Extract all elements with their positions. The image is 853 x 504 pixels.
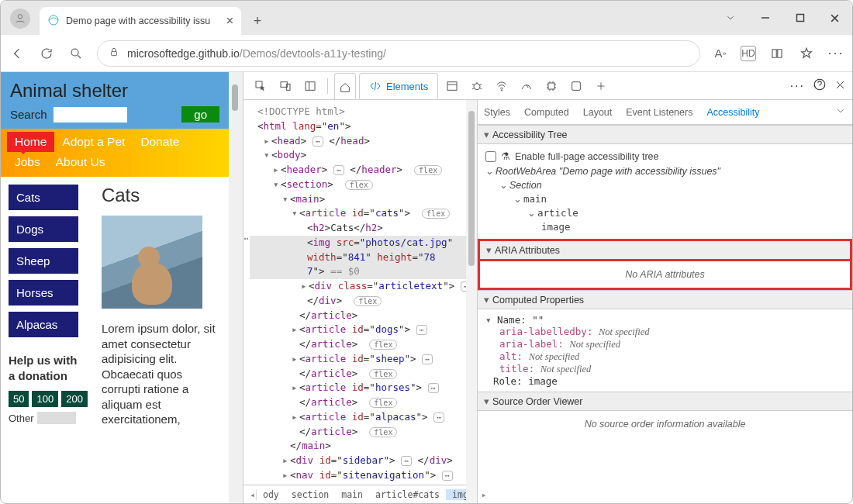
new-tab-button[interactable]: + xyxy=(246,9,269,33)
enable-full-tree-checkbox[interactable] xyxy=(485,151,496,162)
donate-100[interactable]: 100 xyxy=(32,391,58,407)
more-icon[interactable]: ··· xyxy=(827,45,844,62)
page-viewport: Animal shelter Search go Home Adopt a Pe… xyxy=(1,72,229,503)
nav-jobs[interactable]: Jobs xyxy=(7,152,48,172)
add-tab-icon[interactable] xyxy=(590,75,612,97)
svg-point-3 xyxy=(71,49,78,56)
memory-icon[interactable] xyxy=(540,75,562,97)
donate-other-input[interactable] xyxy=(37,412,76,424)
enable-full-tree-label: Enable full-page accessibility tree xyxy=(515,151,659,162)
svg-point-0 xyxy=(18,15,22,19)
help-icon[interactable] xyxy=(813,78,827,94)
nav-home[interactable]: Home xyxy=(7,132,54,152)
hd-icon[interactable]: HD xyxy=(741,46,756,61)
nav-donate[interactable]: Donate xyxy=(133,132,187,152)
tab-accessibility[interactable]: Accessibility xyxy=(706,107,759,118)
tab-computed[interactable]: Computed xyxy=(524,107,569,118)
section-aria-attributes[interactable]: ▾ARIA Attributes xyxy=(478,239,852,261)
panel-icon[interactable] xyxy=(299,75,321,97)
dom-tree[interactable]: <!DOCTYPE html> <html lang="en"> ▸<head>… xyxy=(243,100,477,485)
cat-image xyxy=(102,216,202,309)
link-horses[interactable]: Horses xyxy=(9,280,78,306)
tab-elements[interactable]: Elements xyxy=(359,73,438,99)
link-dogs[interactable]: Dogs xyxy=(9,216,78,242)
window-title-bar: Demo page with accessibility issu × + xyxy=(1,1,852,35)
bug-icon[interactable] xyxy=(466,75,488,97)
dom-overflow-icon[interactable]: ⋯ xyxy=(243,232,249,244)
search-go-button[interactable]: go xyxy=(181,106,219,123)
address-bar: microsoftedge.github.io/Demos/devtools-a… xyxy=(1,35,852,72)
nav-about[interactable]: About Us xyxy=(48,152,113,172)
minimize-button[interactable] xyxy=(748,1,782,35)
svg-rect-4 xyxy=(112,51,117,55)
donate-200[interactable]: 200 xyxy=(61,391,88,407)
welcome-icon[interactable] xyxy=(334,73,356,99)
devtools-splitter[interactable] xyxy=(229,72,243,503)
link-sheep[interactable]: Sheep xyxy=(9,248,78,274)
profile-avatar[interactable] xyxy=(10,9,30,29)
network-icon[interactable] xyxy=(491,75,513,97)
close-devtools-icon[interactable] xyxy=(834,79,846,93)
no-source-order-message: No source order information available xyxy=(478,411,852,437)
url-path: /Demos/devtools-a11y-testing/ xyxy=(240,47,386,60)
reader-icon[interactable] xyxy=(768,45,786,62)
svg-point-11 xyxy=(502,89,502,90)
device-icon[interactable] xyxy=(275,75,296,97)
performance-icon[interactable] xyxy=(516,75,537,97)
beaker-icon: ⚗ xyxy=(501,150,510,162)
edge-icon xyxy=(47,14,60,29)
search-input[interactable] xyxy=(54,107,127,123)
primary-nav: Home Adopt a Pet Donate Jobs About Us xyxy=(1,129,229,177)
svg-rect-13 xyxy=(572,81,581,90)
sidebar-tabs: Styles Computed Layout Event Listeners A… xyxy=(478,100,852,125)
maximize-button[interactable] xyxy=(782,1,817,35)
tab-styles[interactable]: Styles xyxy=(484,107,510,118)
back-button[interactable] xyxy=(9,45,26,62)
inspect-icon[interactable] xyxy=(250,75,271,97)
tab-event-listeners[interactable]: Event Listeners xyxy=(626,107,692,118)
computed-properties-body: ▾ Name: "" aria-labelledby: Not specifie… xyxy=(478,309,852,392)
article-heading: Cats xyxy=(102,185,223,206)
tabs-overflow-icon[interactable] xyxy=(835,105,846,119)
svg-point-1 xyxy=(49,16,58,25)
devtools-panel: Elements ··· ⋯ <!DOCTYPE html> <html lan… xyxy=(243,72,852,503)
url-host: microsoftedge.github.io xyxy=(127,47,240,60)
chevron-down-icon[interactable] xyxy=(713,1,748,35)
link-cats[interactable]: Cats xyxy=(9,185,78,210)
close-window-button[interactable] xyxy=(817,1,852,35)
browser-tab[interactable]: Demo page with accessibility issu × xyxy=(40,7,241,35)
lock-icon xyxy=(109,47,119,60)
donate-heading: Help us with a donation xyxy=(9,353,78,383)
styles-sidebar: Styles Computed Layout Event Listeners A… xyxy=(478,100,852,503)
app-icon[interactable] xyxy=(441,75,463,97)
article-text: Lorem ipsum dolor, sit amet consectetur … xyxy=(102,321,223,427)
no-aria-message: No ARIA attributes xyxy=(478,261,852,290)
section-accessibility-tree[interactable]: ▾Accessibility Tree xyxy=(478,125,852,144)
donate-50[interactable]: 50 xyxy=(9,391,29,407)
svg-rect-9 xyxy=(447,81,457,90)
url-input[interactable]: microsoftedge.github.io/Demos/devtools-a… xyxy=(97,40,700,67)
donate-other-label: Other xyxy=(9,413,34,424)
section-source-order[interactable]: ▾Source Order Viewer xyxy=(478,392,852,411)
animal-links: Cats Dogs Sheep Horses Alpacas xyxy=(9,185,88,337)
more-tools-icon[interactable]: ··· xyxy=(790,79,805,93)
favorite-icon[interactable] xyxy=(798,45,815,62)
tab-title: Demo page with accessibility issu xyxy=(66,16,220,26)
devtools-toolbar: Elements ··· xyxy=(243,72,852,100)
refresh-button[interactable] xyxy=(38,45,55,62)
nav-adopt[interactable]: Adopt a Pet xyxy=(54,132,133,152)
tab-layout[interactable]: Layout xyxy=(583,107,613,118)
dom-tree-panel: ⋯ <!DOCTYPE html> <html lang="en"> ▸<hea… xyxy=(243,100,478,503)
dom-scrollbar[interactable] xyxy=(466,100,477,503)
svg-rect-8 xyxy=(306,81,315,90)
site-title: Animal shelter xyxy=(10,80,219,102)
link-alpacas[interactable]: Alpacas xyxy=(9,312,78,337)
tab-close-icon[interactable]: × xyxy=(226,14,233,28)
dom-breadcrumb[interactable]: ◂ ody section main article#cats img ▸ xyxy=(243,485,477,503)
application-icon[interactable] xyxy=(565,75,587,97)
search-icon[interactable] xyxy=(67,45,85,62)
read-aloud-icon[interactable]: A» xyxy=(713,46,728,61)
svg-point-10 xyxy=(474,83,480,89)
section-computed-properties[interactable]: ▾Computed Properties xyxy=(478,290,852,309)
svg-rect-2 xyxy=(796,15,803,22)
